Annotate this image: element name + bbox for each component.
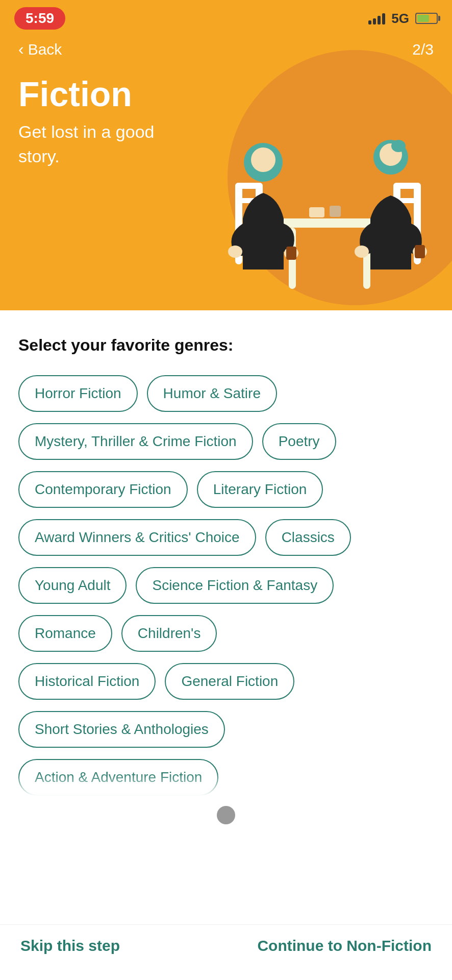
back-label: Back xyxy=(28,41,62,58)
back-chevron-icon: ‹ xyxy=(18,40,24,59)
svg-rect-15 xyxy=(286,247,296,260)
genre-poetry[interactable]: Poetry xyxy=(262,423,336,460)
genre-short-stories[interactable]: Short Stories & Anthologies xyxy=(18,711,225,748)
genre-row-4: Award Winners & Critics' Choice Classics xyxy=(18,519,434,556)
genre-sci-fi-fantasy[interactable]: Science Fiction & Fantasy xyxy=(136,567,334,604)
genre-classics[interactable]: Classics xyxy=(265,519,351,556)
svg-point-19 xyxy=(355,246,369,258)
svg-rect-21 xyxy=(415,245,425,258)
genre-row-2: Mystery, Thriller & Crime Fiction Poetry xyxy=(18,423,434,460)
header-section: ‹ Back 2/3 Fiction Get lost in a good st… xyxy=(0,35,452,310)
time-display: 5:59 xyxy=(14,7,65,30)
genre-literary-fiction[interactable]: Literary Fiction xyxy=(197,471,323,508)
header-content: Fiction Get lost in a good story. xyxy=(18,74,434,168)
page-title: Fiction xyxy=(18,74,434,114)
genre-row-1: Horror Fiction Humor & Satire xyxy=(18,375,434,412)
genre-row-7: Historical Fiction General Fiction xyxy=(18,663,434,700)
genre-mystery-thriller[interactable]: Mystery, Thriller & Crime Fiction xyxy=(18,423,253,460)
step-indicator: 2/3 xyxy=(412,41,434,58)
genre-childrens[interactable]: Children's xyxy=(121,615,217,652)
genre-humor-satire[interactable]: Humor & Satire xyxy=(147,375,277,412)
continue-button[interactable]: Continue to Non-Fiction xyxy=(257,937,432,954)
page-subtitle: Get lost in a good story. xyxy=(18,120,192,168)
signal-icon xyxy=(368,12,385,24)
scroll-indicator xyxy=(18,806,434,824)
genre-general-fiction[interactable]: General Fiction xyxy=(165,663,294,700)
back-button[interactable]: ‹ Back xyxy=(18,40,62,59)
svg-point-13 xyxy=(228,246,242,258)
genre-award-winners[interactable]: Award Winners & Critics' Choice xyxy=(18,519,256,556)
genres-container: Horror Fiction Humor & Satire Mystery, T… xyxy=(18,375,434,796)
skip-button[interactable]: Skip this step xyxy=(20,937,120,954)
status-right: 5G xyxy=(368,11,438,27)
content-section: Select your favorite genres: Horror Fict… xyxy=(0,310,452,969)
genre-horror-fiction[interactable]: Horror Fiction xyxy=(18,375,138,412)
nav-row: ‹ Back 2/3 xyxy=(18,40,434,59)
genre-row-6: Romance Children's xyxy=(18,615,434,652)
network-label: 5G xyxy=(391,11,409,27)
section-label: Select your favorite genres: xyxy=(18,336,434,355)
battery-icon xyxy=(415,13,438,24)
genre-action-adventure[interactable]: Action & Adventure Fiction xyxy=(18,759,218,796)
genre-young-adult[interactable]: Young Adult xyxy=(18,567,127,604)
genre-row-9: Action & Adventure Fiction xyxy=(18,759,434,796)
svg-rect-22 xyxy=(309,207,324,217)
svg-rect-23 xyxy=(330,206,341,217)
svg-rect-9 xyxy=(393,183,421,189)
svg-rect-5 xyxy=(235,183,263,189)
battery-fill xyxy=(417,15,429,22)
footer: Skip this step Continue to Non-Fiction xyxy=(0,924,452,980)
genre-row-5: Young Adult Science Fiction & Fantasy xyxy=(18,567,434,604)
genre-contemporary-fiction[interactable]: Contemporary Fiction xyxy=(18,471,188,508)
genre-row-8: Short Stories & Anthologies xyxy=(18,711,434,748)
scroll-dot xyxy=(217,806,235,824)
genre-romance[interactable]: Romance xyxy=(18,615,112,652)
status-bar: 5:59 5G xyxy=(0,0,452,35)
genre-historical-fiction[interactable]: Historical Fiction xyxy=(18,663,156,700)
genre-row-3: Contemporary Fiction Literary Fiction xyxy=(18,471,434,508)
